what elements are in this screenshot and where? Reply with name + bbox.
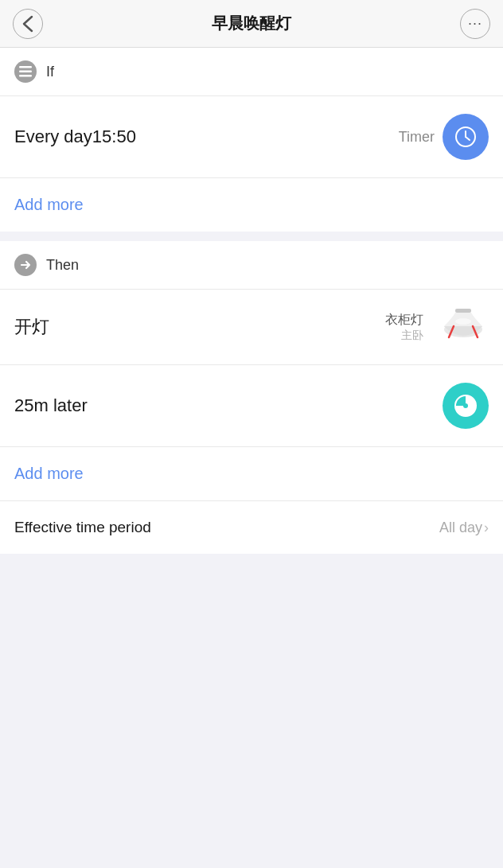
if-add-more-row[interactable]: Add more (0, 178, 503, 232)
if-icon (14, 60, 37, 83)
then-label-text: Then (46, 257, 79, 274)
svg-point-12 (463, 403, 468, 408)
chevron-right-icon: › (484, 520, 489, 536)
app-header: 早晨唤醒灯 ··· (0, 0, 503, 48)
action-text: 开灯 (14, 315, 49, 339)
then-label-row: Then (0, 241, 503, 290)
then-section: Then 开灯 衣柜灯 主卧 (0, 241, 503, 500)
timer-row-right: Timer (399, 114, 489, 160)
back-button[interactable] (13, 9, 43, 39)
svg-rect-6 (455, 309, 471, 313)
delay-text: 25m later (14, 395, 88, 416)
if-section: If Every day15:50 Timer Add more (0, 48, 503, 232)
effective-label: Effective time period (14, 519, 151, 536)
timer-circle-button[interactable] (443, 114, 489, 160)
more-button[interactable]: ··· (460, 9, 490, 39)
svg-rect-0 (19, 66, 32, 68)
then-icon (14, 254, 37, 276)
section-divider-1 (0, 232, 503, 241)
svg-point-10 (455, 318, 471, 325)
effective-time-row[interactable]: Effective time period All day › (0, 500, 503, 554)
svg-rect-2 (19, 75, 32, 77)
action-row[interactable]: 开灯 衣柜灯 主卧 (0, 290, 503, 365)
device-room: 主卧 (401, 329, 423, 343)
if-label-text: If (46, 64, 54, 80)
timer-row[interactable]: Every day15:50 Timer (0, 96, 503, 178)
timer-label: Timer (399, 129, 435, 146)
svg-line-5 (466, 137, 470, 140)
action-row-right: 衣柜灯 主卧 (385, 307, 489, 347)
page-title: 早晨唤醒灯 (212, 13, 291, 34)
effective-value: All day (439, 520, 482, 536)
timer-condition-text: Every day15:50 (14, 127, 136, 147)
svg-rect-1 (19, 71, 32, 73)
ceiling-light-icon (438, 307, 489, 347)
delay-row[interactable]: 25m later (0, 365, 503, 447)
device-info: 衣柜灯 主卧 (385, 312, 423, 343)
device-name: 衣柜灯 (385, 312, 423, 329)
effective-right: All day › (439, 520, 489, 536)
delay-circle-button[interactable] (443, 383, 489, 429)
if-add-more-button[interactable]: Add more (14, 196, 84, 213)
then-add-more-row[interactable]: Add more (0, 447, 503, 500)
then-add-more-button[interactable]: Add more (14, 465, 84, 482)
if-label-row: If (0, 48, 503, 96)
